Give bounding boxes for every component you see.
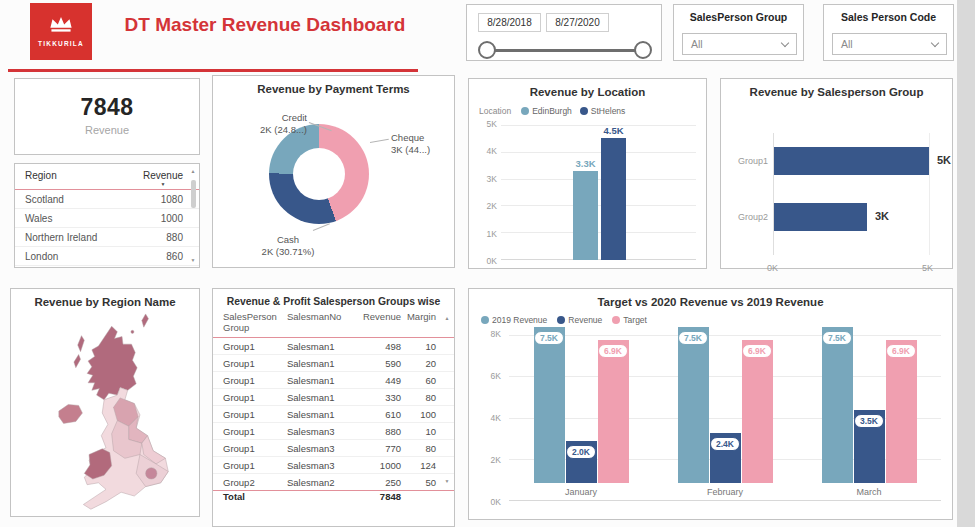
location-chart-panel: Revenue by Location Location EdinBurghSt… — [468, 78, 707, 269]
table-row[interactable]: Group1Salesman377080 — [213, 440, 454, 457]
sales-table-body: Group1Salesman149810Group1Salesman159020… — [213, 338, 454, 491]
x-tick-0k: 0K — [767, 263, 778, 273]
table-row[interactable]: London860 — [15, 247, 199, 266]
bar-value-label: 7.5K — [822, 331, 852, 345]
trend-clusters: 7.5K2.0K6.9KJanuary7.5K2.4K6.9KFebruary7… — [509, 335, 941, 501]
location-legend: Location EdinBurghStHelens — [479, 106, 625, 116]
bar-value-label: 5K — [937, 154, 951, 166]
brand-name: TIKKURILA — [38, 40, 84, 47]
salesperson-group-slicer: SalesPerson Group All — [673, 4, 804, 61]
category-label: February — [707, 487, 743, 501]
scroll-down-icon[interactable]: ▼ — [443, 478, 451, 484]
date-slider-handle-start[interactable] — [478, 41, 496, 59]
map-region-hebrides — [74, 336, 84, 368]
bar-value-label: 3.3K — [575, 158, 595, 169]
bar[interactable] — [573, 171, 598, 260]
trend-chart-panel: Target vs 2020 Revenue vs 2019 Revenue 2… — [468, 288, 953, 520]
table-row[interactable]: Wales1000 — [15, 209, 199, 228]
chart-title: Revenue by Region Name — [11, 289, 199, 308]
column-header-margin[interactable]: Margin — [401, 311, 436, 333]
legend-items: EdinBurghStHelens — [521, 106, 625, 116]
map-region-northern-ireland — [59, 405, 83, 424]
kpi-value: 7848 — [15, 94, 199, 121]
bar-value-label: 6.9K — [742, 344, 772, 358]
cluster-January: 7.5K2.0K6.9KJanuary — [534, 317, 629, 501]
end-date-input[interactable]: 8/27/2020 — [546, 13, 609, 32]
table-row[interactable]: Group1Salesman388010 — [213, 423, 454, 440]
scroll-up-icon[interactable]: ▲ — [189, 168, 197, 174]
bar-Revenue[interactable]: 2.0K — [566, 441, 597, 483]
date-slider-handle-end[interactable] — [634, 41, 652, 59]
title-divider — [8, 69, 418, 72]
table-row[interactable]: Group1Salesman149810 — [213, 338, 454, 355]
column-header-group[interactable]: SalesPerson Group — [223, 311, 287, 333]
scroll-down-icon[interactable]: ▼ — [189, 257, 197, 263]
slice-label-cash: Cash2K (30.71%) — [233, 234, 343, 259]
uk-map[interactable] — [25, 313, 187, 513]
legend-dot — [580, 107, 588, 115]
table-row[interactable]: Group1Salesman144960 — [213, 372, 454, 389]
kpi-label: Revenue — [15, 124, 199, 136]
table-row[interactable]: Group1Salesman133080 — [213, 389, 454, 406]
column-header-revenue[interactable]: Revenue — [353, 311, 401, 333]
chart-title: Revenue by Payment Terms — [213, 76, 454, 95]
chart-title: Revenue by Salesperson Group — [721, 79, 952, 98]
start-date-input[interactable]: 8/28/2018 — [478, 13, 541, 32]
region-revenue-table: Region Revenue ▼ Scotland1080Wales1000No… — [14, 163, 200, 268]
bar-value-label: 4.5K — [603, 125, 623, 136]
table-row[interactable]: Northern Ireland880 — [15, 228, 199, 247]
table-row[interactable]: Group1Salesman159020 — [213, 355, 454, 372]
leader-line — [313, 223, 330, 231]
bar-value-label: 2.4K — [710, 437, 740, 451]
salesperson-code-dropdown[interactable]: All — [832, 33, 947, 55]
table-row[interactable]: Group1Salesman31000124 — [213, 457, 454, 474]
sales-table-header: SalesPerson Group SalesmanNo Revenue Mar… — [213, 307, 454, 338]
bar-2019 Revenue[interactable]: 7.5K — [678, 327, 709, 483]
column-header-region[interactable]: Region — [25, 170, 57, 187]
scrollbar-thumb[interactable] — [191, 180, 196, 208]
slice-label-cheque: Cheque3K (44...) — [391, 132, 453, 157]
map-region-london — [146, 468, 157, 479]
payment-terms-donut-panel: Revenue by Payment Terms Credit2K (24.8.… — [212, 75, 455, 268]
bar[interactable] — [774, 203, 867, 231]
slice-label-credit: Credit2K (24.8...) — [215, 112, 307, 137]
bar-2019 Revenue[interactable]: 7.5K — [534, 327, 565, 483]
slicer-label: SalesPerson Group — [674, 5, 803, 23]
map-region-orkney — [131, 330, 134, 333]
bar-Target[interactable]: 6.9K — [742, 340, 773, 483]
bar-value-label: 3K — [875, 210, 889, 222]
bar-2019 Revenue[interactable]: 7.5K — [822, 327, 853, 483]
bar-Revenue[interactable]: 2.4K — [710, 433, 741, 483]
cluster-February: 7.5K2.4K6.9KFebruary — [678, 317, 773, 501]
column-header-salesman[interactable]: SalesmanNo — [287, 311, 353, 333]
bar-value-label: 3.5K — [854, 414, 884, 428]
region-table-scrollbar[interactable]: ▲ ▼ — [189, 168, 197, 263]
chart-title: Target vs 2020 Revenue vs 2019 Revenue — [469, 289, 952, 308]
total-label: Total — [223, 491, 287, 502]
date-slider-track[interactable] — [489, 49, 641, 52]
legend-title: Location — [479, 106, 511, 116]
crown-icon — [48, 16, 74, 37]
map-region-scotland — [87, 326, 137, 400]
bar[interactable] — [774, 147, 929, 175]
column-header-revenue[interactable]: Revenue ▼ — [143, 170, 183, 187]
payment-terms-donut[interactable] — [269, 124, 369, 224]
salesperson-code-slicer: Sales Person Code All — [823, 4, 954, 61]
sales-table-total-row: Total 7848 — [213, 491, 454, 502]
table-row[interactable]: Scotland1080 — [15, 190, 199, 209]
bar-value-label: 7.5K — [534, 331, 564, 345]
bar-Target[interactable]: 6.9K — [598, 340, 629, 483]
bar-Revenue[interactable]: 3.5K — [854, 410, 885, 483]
bar-Target[interactable]: 6.9K — [886, 340, 917, 483]
chevron-down-icon — [781, 38, 789, 46]
legend-item[interactable]: EdinBurgh — [521, 106, 572, 116]
table-row[interactable]: Group2Salesman225050 — [213, 474, 454, 491]
total-revenue: 7848 — [353, 491, 401, 502]
scroll-up-icon[interactable]: ▲ — [443, 315, 451, 321]
bar[interactable] — [601, 138, 626, 260]
legend-item[interactable]: StHelens — [580, 106, 626, 116]
slicer-label: Sales Person Code — [824, 5, 953, 23]
table-row[interactable]: Group1Salesman1610100 — [213, 406, 454, 423]
bar-value-label: 6.9K — [886, 344, 916, 358]
salesperson-group-dropdown[interactable]: All — [682, 33, 797, 55]
